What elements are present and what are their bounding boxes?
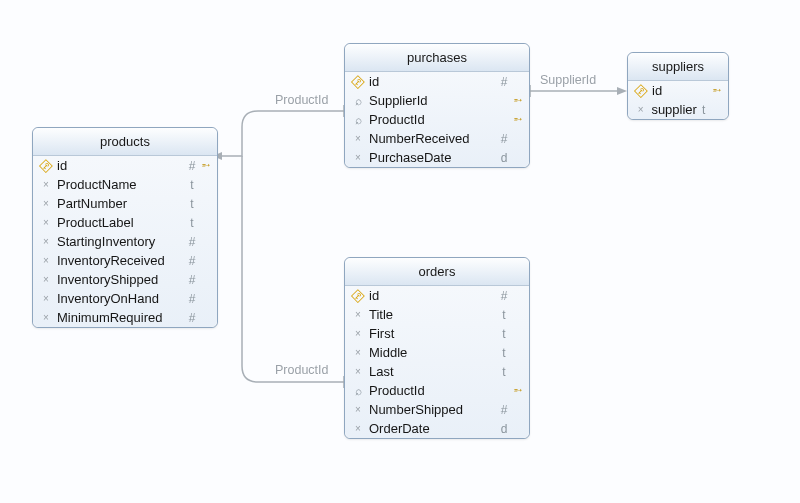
table-body: ⚿id➴ ×suppliert [628,81,728,119]
table-header: purchases [345,44,529,72]
col-startinginventory: ×StartingInventory# [33,232,217,251]
er-diagram-canvas: ProductId ProductId SupplierId products … [0,0,800,503]
col-productid: ⌕ProductId➴ [345,381,529,400]
col-id: ⚿id#➴ [33,156,217,175]
col-productid: ⌕ProductId➴ [345,110,529,129]
col-purchasedate: ×PurchaseDated [345,148,529,167]
table-body: ⚿id#➴ ×ProductNamet ×PartNumbert ×Produc… [33,156,217,327]
col-first: ×Firstt [345,324,529,343]
col-id: ⚿id# [345,72,529,91]
col-middle: ×Middlet [345,343,529,362]
col-inventoryonhand: ×InventoryOnHand# [33,289,217,308]
rel-label-purchases-productid: ProductId [275,93,329,107]
table-body: ⚿id# ⌕SupplierId➴ ⌕ProductId➴ ×NumberRec… [345,72,529,167]
table-header: suppliers [628,53,728,81]
table-header: orders [345,258,529,286]
col-inventoryshipped: ×InventoryShipped# [33,270,217,289]
rel-label-purchases-supplierid: SupplierId [540,73,596,87]
col-title: ×Titlet [345,305,529,324]
col-supplierid: ⌕SupplierId➴ [345,91,529,110]
rel-label-orders-productid: ProductId [275,363,329,377]
col-supplier: ×suppliert [628,100,728,119]
table-body: ⚿id# ×Titlet ×Firstt ×Middlet ×Lastt ⌕Pr… [345,286,529,438]
table-orders[interactable]: orders ⚿id# ×Titlet ×Firstt ×Middlet ×La… [344,257,530,439]
table-header: products [33,128,217,156]
col-numbershipped: ×NumberShipped# [345,400,529,419]
col-orderdate: ×OrderDated [345,419,529,438]
col-minimumrequired: ×MinimumRequired# [33,308,217,327]
col-last: ×Lastt [345,362,529,381]
table-purchases[interactable]: purchases ⚿id# ⌕SupplierId➴ ⌕ProductId➴ … [344,43,530,168]
col-numberreceived: ×NumberReceived# [345,129,529,148]
col-id: ⚿id➴ [628,81,728,100]
col-partnumber: ×PartNumbert [33,194,217,213]
col-productlabel: ×ProductLabelt [33,213,217,232]
table-suppliers[interactable]: suppliers ⚿id➴ ×suppliert [627,52,729,120]
col-inventoryreceived: ×InventoryReceived# [33,251,217,270]
table-products[interactable]: products ⚿id#➴ ×ProductNamet ×PartNumber… [32,127,218,328]
col-productname: ×ProductNamet [33,175,217,194]
col-id: ⚿id# [345,286,529,305]
